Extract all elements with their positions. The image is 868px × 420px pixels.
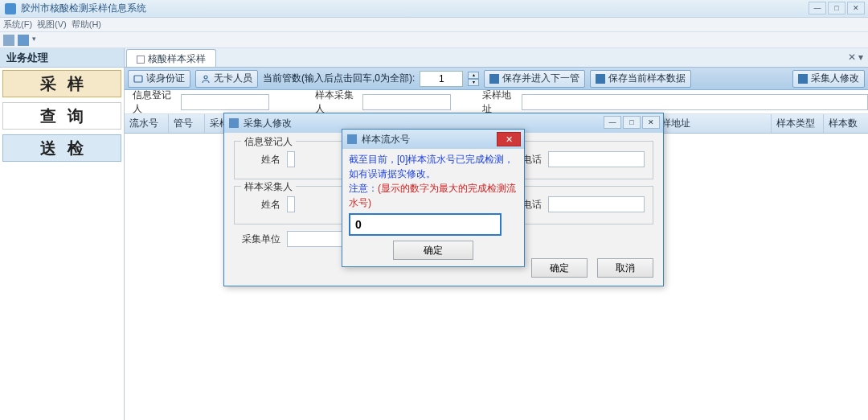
collector-input[interactable]	[362, 94, 451, 110]
person-icon	[201, 74, 211, 84]
dialog-icon	[347, 134, 357, 144]
sidebar-item-send[interactable]: 送检	[2, 134, 121, 162]
mini-tool-icon[interactable]	[18, 35, 29, 46]
menu-help[interactable]: 帮助(H)	[72, 19, 101, 31]
dialog-minimize-button[interactable]: —	[604, 116, 621, 129]
dialog2-close-button[interactable]: ✕	[497, 132, 521, 146]
sidebar-item-label: 送检	[40, 138, 95, 159]
tube-count-input[interactable]	[420, 71, 463, 87]
mini-tool-dropdown-icon[interactable]: ▾	[32, 35, 39, 46]
menu-system[interactable]: 系统(F)	[3, 19, 32, 31]
dialog2-ok-button[interactable]: 确定	[393, 241, 473, 260]
sample-form-row: 信息登记人 样本采集人 采样地址	[125, 90, 868, 114]
collector-name-input[interactable]	[287, 196, 295, 212]
th-addr: 采样地址	[647, 114, 772, 133]
tube-count-label: 当前管数(输入后点击回车,0为全部):	[263, 72, 415, 85]
registrar-phone-input[interactable]	[548, 151, 645, 167]
th-tube: 管号	[169, 114, 205, 133]
registrar-label: 信息登记人	[133, 89, 176, 116]
sidebar-item-sampling[interactable]: 采样	[2, 70, 121, 97]
dialog-icon	[229, 118, 239, 128]
dialog-title: 采集人修改	[244, 117, 292, 130]
address-label: 采样地址	[482, 89, 517, 116]
tube-count-spinner[interactable]: ▴▾	[468, 72, 479, 86]
registrar-legend: 信息登记人	[241, 135, 296, 149]
save-icon	[489, 74, 499, 84]
edit-collector-button[interactable]: 采集人修改	[792, 70, 865, 88]
svg-point-1	[204, 76, 207, 79]
address-input[interactable]	[522, 94, 868, 110]
collector-legend: 样本采集人	[241, 180, 296, 194]
sidebar-item-query[interactable]: 查询	[2, 102, 121, 130]
tab-label: 核酸样本采样	[148, 53, 206, 64]
dialog-close-button[interactable]: ✕	[642, 116, 660, 129]
save-next-button[interactable]: 保存并进入下一管	[484, 70, 585, 88]
unit-label: 采集单位	[234, 233, 280, 246]
dialog-ok-button[interactable]: 确定	[531, 258, 588, 278]
mini-toolbar: ▾	[0, 32, 868, 48]
menu-bar: 系统(F) 视图(V) 帮助(H)	[0, 18, 868, 32]
name-label: 姓名	[243, 198, 280, 212]
dialog-cancel-button[interactable]: 取消	[597, 258, 653, 278]
app-logo-icon	[5, 3, 16, 14]
collector-label: 样本采集人	[315, 89, 358, 116]
th-seq: 流水号	[125, 114, 169, 133]
read-id-button[interactable]: 读身份证	[128, 70, 190, 88]
dialog2-message: 截至目前，[0]样本流水号已完成检测，如有误请据实修改。 注意：(显示的数字为最…	[349, 152, 518, 210]
dialog2-title: 样本流水号	[362, 133, 410, 146]
save-current-button[interactable]: 保存当前样本数据	[590, 70, 691, 88]
window-close-button[interactable]: ✕	[847, 2, 865, 14]
id-card-icon	[133, 74, 143, 84]
sidebar-item-label: 采样	[40, 73, 95, 95]
collector-phone-input[interactable]	[548, 196, 645, 212]
no-card-button[interactable]: 无卡人员	[195, 70, 258, 88]
registrar-input[interactable]	[181, 94, 269, 110]
th-count: 样本数	[824, 114, 868, 133]
app-title: 胶州市核酸检测采样信息系统	[21, 2, 146, 15]
dialog2-titlebar[interactable]: 样本流水号 ✕	[342, 130, 524, 149]
dialog-maximize-button[interactable]: □	[623, 116, 641, 129]
action-toolbar: 读身份证 无卡人员 当前管数(输入后点击回车,0为全部): ▴▾ 保存并进入下一…	[125, 68, 868, 90]
mini-tool-icon[interactable]	[3, 35, 14, 46]
registrar-name-input[interactable]	[287, 151, 295, 167]
menu-view[interactable]: 视图(V)	[37, 19, 67, 31]
sidebar-header: 业务处理	[0, 48, 124, 68]
tab-sampling[interactable]: 核酸样本采样	[126, 49, 216, 67]
save-icon	[596, 74, 605, 84]
tab-strip: 核酸样本采样 ✕ ▾	[125, 48, 868, 68]
left-sidebar: 业务处理 采样 查询 送检	[0, 48, 125, 420]
sidebar-item-label: 查询	[40, 105, 95, 127]
tab-close-icon[interactable]: ✕ ▾	[848, 51, 863, 63]
serial-input[interactable]	[349, 213, 502, 236]
edit-icon	[798, 74, 808, 84]
window-maximize-button[interactable]: □	[828, 2, 845, 14]
window-minimize-button[interactable]: —	[809, 2, 826, 14]
tab-icon	[137, 56, 145, 64]
name-label: 姓名	[243, 153, 280, 167]
sample-serial-dialog: 样本流水号 ✕ 截至目前，[0]样本流水号已完成检测，如有误请据实修改。 注意：…	[342, 129, 525, 267]
th-type: 样本类型	[772, 114, 824, 133]
titlebar: 胶州市核酸检测采样信息系统 — □ ✕	[0, 0, 868, 18]
svg-rect-0	[134, 76, 142, 82]
